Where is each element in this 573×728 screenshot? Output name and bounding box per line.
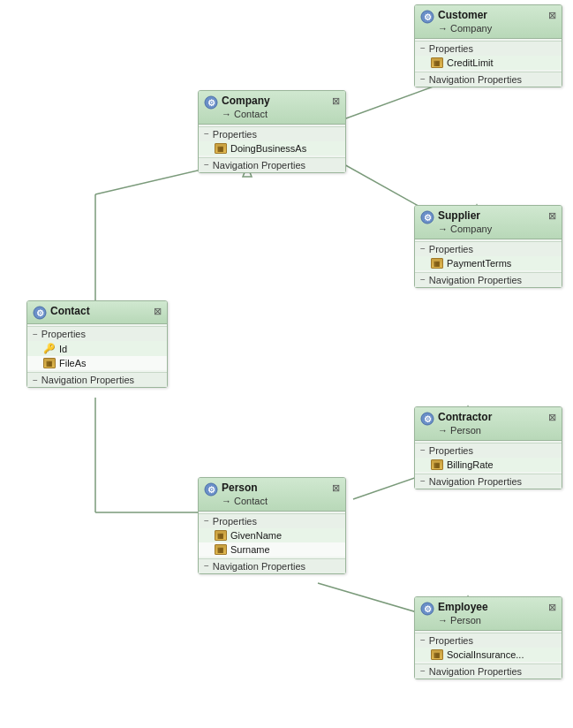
svg-text:⚙: ⚙ <box>424 604 432 614</box>
person-nav-props-label: Navigation Properties <box>213 561 305 572</box>
company-nav-props-label: Navigation Properties <box>213 160 305 171</box>
customer-field-creditlimit-label: CreditLimit <box>447 57 494 68</box>
contact-field-id-label: Id <box>59 344 67 354</box>
contractor-parent: → Person <box>438 425 492 436</box>
customer-nav-props-label: Navigation Properties <box>429 74 522 85</box>
contractor-entity: ⚙ Contractor → Person ⊠ − Properties ▦ B… <box>414 406 562 489</box>
contact-entity-icon: ⚙ <box>33 306 47 320</box>
person-header: ⚙ Person → Contact ⊠ <box>199 478 345 512</box>
person-entity: ⚙ Person → Contact ⊠ − Properties ▦ Give… <box>198 477 346 574</box>
employee-properties-label: Properties <box>429 635 473 646</box>
employee-entity-icon: ⚙ <box>420 602 434 616</box>
company-properties-section: − Properties ▦ DoingBusinessAs <box>199 125 345 157</box>
person-field-surname-label: Surname <box>230 544 270 555</box>
contractor-header: ⚙ Contractor → Person ⊠ <box>415 407 562 441</box>
supplier-parent: → Company <box>438 224 492 235</box>
contractor-nav-props-label: Navigation Properties <box>429 476 522 487</box>
person-properties-header: − Properties <box>199 513 345 528</box>
person-field-givenname-label: GivenName <box>230 530 282 541</box>
employee-name: Employee <box>438 601 488 615</box>
person-field-givenname: ▦ GivenName <box>199 528 345 542</box>
field-icon: ▦ <box>431 459 443 470</box>
contact-nav-props: − Navigation Properties <box>27 372 167 387</box>
field-icon: ▦ <box>215 143 227 154</box>
svg-text:⚙: ⚙ <box>424 12 432 22</box>
person-entity-icon: ⚙ <box>204 482 218 497</box>
customer-header: ⚙ Customer → Company ⊠ <box>415 5 562 39</box>
contact-header: ⚙ Contact ⊠ <box>27 301 167 324</box>
contractor-properties-label: Properties <box>429 445 473 456</box>
company-field-doingbusinessas-label: DoingBusinessAs <box>230 143 306 154</box>
supplier-properties-section: − Properties ▦ PaymentTerms <box>415 239 562 272</box>
company-entity: ⚙ Company → Contact ⊠ − Properties ▦ Doi… <box>198 90 346 173</box>
contact-field-fileas: ▦ FileAs <box>27 356 167 370</box>
supplier-entity: ⚙ Supplier → Company ⊠ − Properties ▦ Pa… <box>414 205 562 288</box>
supplier-properties-label: Properties <box>429 244 473 254</box>
person-field-surname: ▦ Surname <box>199 542 345 557</box>
field-icon: ▦ <box>431 649 443 660</box>
svg-text:⚙: ⚙ <box>207 98 215 108</box>
customer-parent: → Company <box>438 23 492 34</box>
person-parent: → Contact <box>222 496 268 507</box>
supplier-field-paymentterms-label: PaymentTerms <box>447 258 511 269</box>
contractor-entity-icon: ⚙ <box>420 412 434 426</box>
contact-name: Contact <box>50 305 90 319</box>
employee-nav-props: − Navigation Properties <box>415 664 562 679</box>
company-header: ⚙ Company → Contact ⊠ <box>199 91 345 125</box>
employee-field-socialinsurance-label: SocialInsurance... <box>447 649 524 660</box>
contact-properties-header: − Properties <box>27 326 167 341</box>
svg-text:⚙: ⚙ <box>424 414 432 424</box>
company-collapse[interactable]: ⊠ <box>332 95 340 107</box>
svg-text:⚙: ⚙ <box>424 213 432 223</box>
contact-nav-props-label: Navigation Properties <box>41 375 134 385</box>
person-properties-section: − Properties ▦ GivenName ▦ Surname <box>199 512 345 558</box>
customer-name: Customer <box>438 9 492 23</box>
supplier-header: ⚙ Supplier → Company ⊠ <box>415 206 562 239</box>
contractor-properties-section: − Properties ▦ BillingRate <box>415 441 562 474</box>
supplier-entity-icon: ⚙ <box>420 210 434 224</box>
field-icon: ▦ <box>431 258 443 269</box>
supplier-field-paymentterms: ▦ PaymentTerms <box>415 256 562 270</box>
contact-collapse[interactable]: ⊠ <box>154 306 162 317</box>
employee-properties-header: − Properties <box>415 633 562 648</box>
employee-collapse[interactable]: ⊠ <box>548 602 556 613</box>
customer-entity-icon: ⚙ <box>420 10 434 24</box>
svg-text:⚙: ⚙ <box>207 485 215 495</box>
company-entity-icon: ⚙ <box>204 95 218 110</box>
field-icon: ▦ <box>215 544 227 555</box>
customer-properties-section: − Properties ▦ CreditLimit <box>415 39 562 72</box>
person-name: Person <box>222 482 268 496</box>
contractor-name: Contractor <box>438 411 492 425</box>
company-nav-props: − Navigation Properties <box>199 157 345 172</box>
diagram-canvas: ⚙ Customer → Company ⊠ − Properties ▦ Cr… <box>0 0 573 728</box>
contact-entity: ⚙ Contact ⊠ − Properties 🔑 Id ▦ FileAs <box>26 300 168 388</box>
supplier-name: Supplier <box>438 209 492 224</box>
company-parent: → Contact <box>222 109 270 120</box>
customer-properties-header: − Properties <box>415 41 562 56</box>
customer-collapse[interactable]: ⊠ <box>548 10 556 21</box>
contact-field-id: 🔑 Id <box>27 341 167 356</box>
supplier-nav-props-label: Navigation Properties <box>429 275 522 285</box>
contractor-field-billingrate-label: BillingRate <box>447 459 494 470</box>
employee-header: ⚙ Employee → Person ⊠ <box>415 597 562 631</box>
field-icon: ▦ <box>43 358 56 368</box>
person-collapse[interactable]: ⊠ <box>332 482 340 494</box>
employee-properties-section: − Properties ▦ SocialInsurance... <box>415 631 562 664</box>
contractor-field-billingrate: ▦ BillingRate <box>415 458 562 472</box>
company-field-doingbusinessas: ▦ DoingBusinessAs <box>199 141 345 155</box>
company-name: Company <box>222 95 270 109</box>
employee-nav-props-label: Navigation Properties <box>429 666 522 677</box>
contact-properties-label: Properties <box>41 329 86 339</box>
contractor-collapse[interactable]: ⊠ <box>548 412 556 423</box>
field-icon: ▦ <box>215 530 227 541</box>
customer-entity: ⚙ Customer → Company ⊠ − Properties ▦ Cr… <box>414 4 562 87</box>
contractor-properties-header: − Properties <box>415 443 562 458</box>
key-icon: 🔑 <box>43 343 56 354</box>
supplier-collapse[interactable]: ⊠ <box>548 210 556 222</box>
supplier-properties-header: − Properties <box>415 241 562 256</box>
employee-parent: → Person <box>438 615 488 626</box>
supplier-nav-props: − Navigation Properties <box>415 272 562 287</box>
field-icon: ▦ <box>431 57 443 68</box>
company-properties-label: Properties <box>213 129 257 140</box>
contact-field-fileas-label: FileAs <box>59 358 87 368</box>
